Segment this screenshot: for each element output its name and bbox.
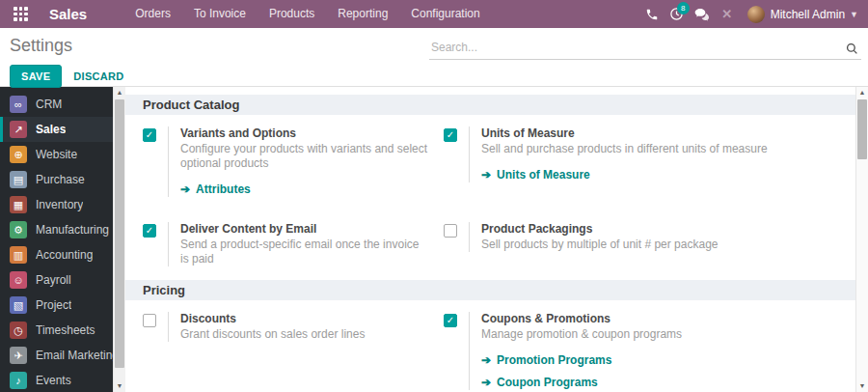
scroll-up-arrow[interactable]: ▲ [856,87,868,98]
promotion-programs-link[interactable]: ➔Promotion Programs [481,353,830,368]
sidebar-item-label: Inventory [36,198,83,211]
section-pricing: Pricing [125,280,855,300]
sidebar-item-accounting[interactable]: ▥ Accounting [0,242,113,267]
arrow-right-icon: ➔ [481,168,491,182]
check-icon: ✓ [146,226,153,236]
apps-grid-icon[interactable] [14,7,28,21]
email-marketing-app-icon: ✈ [10,347,27,364]
packagings-checkbox[interactable]: ✓ [444,224,457,238]
uom-checkbox[interactable]: ✓ [444,128,457,142]
setting-desc: Manage promotion & coupon programs [481,327,830,342]
setting-title: Units of Measure [481,126,830,141]
sidebar-item-payroll[interactable]: ☺ Payroll [0,267,113,293]
top-navbar: Sales Orders To Invoice Products Reporti… [0,0,868,28]
menu-configuration[interactable]: Configuration [399,0,491,28]
inventory-app-icon: ▦ [10,196,27,213]
sidebar-item-email-marketing[interactable]: ✈ Email Marketing [0,343,113,368]
menu-products[interactable]: Products [258,0,326,28]
sales-app-icon: ↗ [10,121,27,138]
settings-sidebar: ∞ CRM ↗ Sales ⊕ Website ▤ Purchase ▦ Inv… [0,87,113,392]
sidebar-item-manufacturing[interactable]: ⚙ Manufacturing [0,217,113,242]
arrow-right-icon: ➔ [481,353,491,368]
timesheets-app-icon: ◷ [10,322,27,339]
scrollbar-thumb[interactable] [115,99,124,368]
arrow-right-icon: ➔ [180,182,190,197]
setting-title: Deliver Content by Email [180,222,428,237]
setting-title: Variants and Options [180,126,428,141]
scroll-up-arrow[interactable]: ▲ [114,87,125,98]
systray: 8 ✕ Mitchell Admin ▼ [639,0,858,28]
manufacturing-app-icon: ⚙ [10,221,27,238]
scrollbar-thumb[interactable] [857,99,867,159]
user-menu[interactable]: Mitchell Admin [771,8,845,21]
coupon-programs-link[interactable]: ➔Coupon Programs [481,376,830,390]
section-title: Pricing [143,283,185,297]
chevron-down-icon: ▼ [850,10,858,19]
sidebar-item-label: Manufacturing [36,223,109,237]
discard-button[interactable]: DISCARD [62,66,135,87]
settings-row: ✓ Deliver Content by Email Send a produc… [125,210,855,280]
setting-coupons-promotions: ✓ Coupons & Promotions Manage promotion … [444,312,846,390]
attributes-link[interactable]: ➔Attributes [180,182,428,197]
save-button[interactable]: SAVE [10,65,62,88]
setting-discounts: ✓ Discounts Grant discounts on sales ord… [143,312,444,390]
sidebar-item-label: Events [36,374,71,387]
accounting-app-icon: ▥ [10,246,27,264]
settings-row: ✓ Discounts Grant discounts on sales ord… [125,300,855,392]
control-panel-buttons: SAVE DISCARD [10,65,860,88]
sidebar-item-label: Sales [36,123,66,136]
purchase-app-icon: ▤ [10,171,27,188]
menu-reporting[interactable]: Reporting [326,0,399,28]
sidebar-item-purchase[interactable]: ▤ Purchase [0,167,113,192]
main-menu: Orders To Invoice Products Reporting Con… [123,0,492,28]
coupons-checkbox[interactable]: ✓ [444,314,457,327]
variants-checkbox[interactable]: ✓ [143,128,156,142]
discounts-checkbox[interactable]: ✓ [143,314,156,327]
disabled-tools-icon[interactable]: ✕ [715,0,740,28]
sidebar-item-label: Purchase [36,173,85,186]
menu-to-invoice[interactable]: To Invoice [182,0,258,28]
sidebar-item-crm[interactable]: ∞ CRM [0,92,113,117]
deliver-email-checkbox[interactable]: ✓ [143,224,156,238]
setting-desc: Sell and purchase products in different … [481,142,830,156]
units-of-measure-link[interactable]: ➔Units of Measure [481,168,830,182]
setting-variants-and-options: ✓ Variants and Options Configure your pr… [143,126,444,197]
user-avatar[interactable] [747,6,765,23]
settings-content: Product Catalog ✓ Variants and Options C… [125,87,855,392]
activities-clock-icon[interactable]: 8 [665,0,690,28]
sidebar-item-website[interactable]: ⊕ Website [0,142,113,167]
app-name[interactable]: Sales [49,6,87,22]
setting-title: Coupons & Promotions [481,312,830,326]
project-app-icon: ▧ [10,296,27,314]
setting-desc: Sell products by multiple of unit # per … [481,238,830,252]
payroll-app-icon: ☺ [10,271,27,289]
odoo-app-window: Sales Orders To Invoice Products Reporti… [0,0,868,392]
scroll-down-arrow[interactable]: ▼ [114,380,125,392]
phone-icon[interactable] [639,0,665,28]
search-icon[interactable] [846,42,858,59]
sidebar-item-label: Project [36,298,71,312]
section-title: Product Catalog [143,98,239,112]
scroll-down-arrow[interactable]: ▼ [856,380,868,392]
sidebar-scrollbar[interactable]: ▲ ▼ [113,87,125,392]
content-scrollbar[interactable]: ▲ ▼ [855,87,868,392]
sidebar-item-inventory[interactable]: ▦ Inventory [0,192,113,217]
setting-desc: Configure your products with variants an… [180,142,428,171]
sidebar-item-sales[interactable]: ↗ Sales [0,117,113,142]
sidebar-item-label: Email Marketing [36,349,113,362]
menu-orders[interactable]: Orders [123,0,182,28]
search-bar [429,37,861,60]
sidebar-item-project[interactable]: ▧ Project [0,293,113,318]
sidebar-item-timesheets[interactable]: ◷ Timesheets [0,318,113,343]
sidebar-item-events[interactable]: ♪ Events [0,368,113,392]
main-area: ∞ CRM ↗ Sales ⊕ Website ▤ Purchase ▦ Inv… [0,87,868,392]
section-product-catalog: Product Catalog [125,95,855,115]
sidebar-item-label: CRM [36,98,62,111]
setting-deliver-content-by-email: ✓ Deliver Content by Email Send a produc… [143,222,444,266]
messages-icon[interactable] [690,0,715,28]
sidebar-item-label: Timesheets [36,323,95,337]
check-icon: ✓ [447,316,454,325]
sidebar-item-label: Accounting [36,248,93,262]
search-input[interactable] [429,37,861,60]
setting-desc: Grant discounts on sales order lines [180,327,428,342]
